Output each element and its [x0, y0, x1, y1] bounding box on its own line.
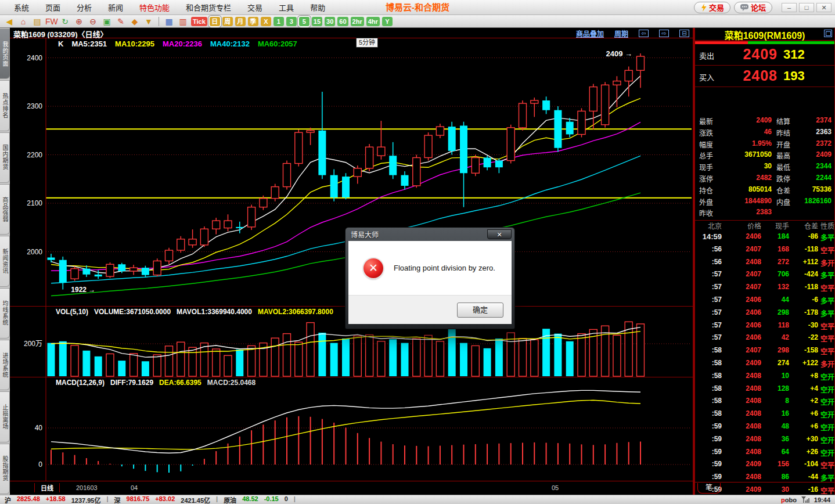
period-button-季[interactable]: 季 — [248, 17, 258, 26]
sidebar-tab-均线系统[interactable]: 均线系统 — [0, 288, 10, 339]
tick-row[interactable]: :562407168-118空平 — [695, 245, 834, 258]
tick-row[interactable]: :582407298-158空平 — [695, 346, 834, 359]
trade-button[interactable]: 交易 — [694, 2, 730, 13]
tick-tab[interactable]: 笔 — [697, 483, 721, 494]
svg-text:2200: 2200 — [27, 151, 42, 159]
tick-row[interactable]: :582409274+122多开 — [695, 359, 834, 372]
draw-icon[interactable]: ✎ — [115, 16, 127, 27]
maximize-button[interactable]: □ — [799, 3, 814, 12]
period-button-60[interactable]: 60 — [337, 17, 348, 26]
index-quotes: 沪2825.48+18.581237.95亿|深9816.75+83.02242… — [5, 495, 296, 504]
tick-row[interactable]: :572406298-178多平 — [695, 308, 834, 321]
sidebar-tab-商品强弱[interactable]: 商品强弱 — [0, 184, 10, 235]
bid-row[interactable]: 买入 2408 193 — [695, 66, 834, 87]
period-button-30[interactable]: 30 — [325, 17, 335, 26]
quote-table-icon[interactable]: ▦ — [163, 16, 175, 27]
tick-row[interactable]: :572407132-118空平 — [695, 283, 834, 296]
dialog-footer: 确定 — [348, 295, 512, 324]
macd-indicator-line: MACD(12,26,9)DIFF:79.1629DEA:66.6395MACD… — [56, 379, 261, 387]
overlay-icon[interactable]: ▣ — [101, 16, 113, 27]
tick-row[interactable]: :59240836+30空开 — [695, 435, 834, 448]
macd-pane[interactable]: 400 — [10, 377, 694, 481]
status-item: | — [294, 495, 296, 504]
menu-特色功能[interactable]: 特色功能 — [131, 0, 178, 15]
overlay-link[interactable]: 商品叠加 — [576, 28, 604, 38]
restore-panel-icon[interactable] — [824, 30, 832, 37]
sidebar-tab-热点排名[interactable]: 热点排名 — [0, 80, 10, 131]
split-view-icon[interactable]: ⊟ — [679, 30, 689, 37]
quote-row: 现手30最低2344 — [695, 162, 834, 174]
menu-页面[interactable]: 页面 — [37, 0, 69, 15]
tick-row[interactable]: :57240644-6多平 — [695, 296, 834, 308]
period-button-月[interactable]: 月 — [235, 17, 246, 26]
sidebar-tab-国内期货[interactable]: 国内期货 — [0, 132, 10, 183]
sidebar-tab-股指期货[interactable]: 股指期货 — [0, 444, 10, 494]
period-button-4hr[interactable]: 4hr — [366, 17, 380, 26]
period-button-15[interactable]: 15 — [312, 17, 322, 26]
ok-button[interactable]: 确定 — [457, 303, 503, 318]
minimize-button[interactable]: – — [782, 3, 797, 12]
tick-row[interactable]: :582408128+4空开 — [695, 384, 834, 397]
zoom-out-icon[interactable]: ⊖ — [87, 16, 99, 27]
kline-icon[interactable]: ▥ — [177, 16, 189, 27]
zoom-in-icon[interactable]: ⊕ — [73, 16, 85, 27]
back-icon[interactable]: ◀ — [3, 16, 15, 27]
tick-row[interactable]: :572406118-30空平 — [695, 321, 834, 334]
svg-text:2409 →: 2409 → — [606, 49, 632, 58]
indicator-value: MACD:25.0468 — [207, 379, 255, 387]
status-item: 沪 — [5, 495, 11, 504]
forum-button[interactable]: 论坛 — [734, 2, 772, 13]
period-button-1[interactable]: 1 — [273, 17, 284, 26]
quote-grid: 最新2409结算2374涨跌46昨结2363幅度1.95%开盘2372总手367… — [695, 116, 834, 219]
tick-row[interactable]: :592409156-104空平 — [695, 460, 834, 473]
menu-和合期货专栏[interactable]: 和合期货专栏 — [178, 0, 239, 15]
period-button-Tick[interactable]: Tick — [191, 17, 207, 26]
dialog-title-bar[interactable]: 博易大师 ✕ — [348, 228, 512, 241]
period-tooltip: 5分钟 — [356, 38, 378, 48]
next-contract-icon[interactable]: ⇨ — [659, 30, 669, 37]
chart-header-links: 商品叠加 周期 ⇦ ⇨ ⊟ — [576, 28, 689, 38]
tick-row[interactable]: :57240642-22空平 — [695, 333, 834, 346]
menu-分析[interactable]: 分析 — [69, 0, 100, 15]
tick-row[interactable]: :5824088+2空开 — [695, 397, 834, 409]
menu-交易[interactable]: 交易 — [239, 0, 271, 15]
prev-contract-icon[interactable]: ⇦ — [639, 30, 649, 37]
fw-badge-icon[interactable]: FW — [45, 16, 57, 27]
quote-panel: 菜粕1609(RM1609) 卖出 2409 312 买入 2408 193 最… — [694, 28, 835, 495]
titlebar-right: 交易 论坛 –□✕ — [694, 2, 835, 13]
filter-icon[interactable]: ▼ — [143, 16, 154, 27]
period-button-5[interactable]: 5 — [299, 17, 309, 26]
menu-系统[interactable]: 系统 — [6, 0, 37, 15]
indicator-value: VOLUME:3671050.0000 — [94, 308, 171, 316]
sidebar-tab-进场系统[interactable]: 进场系统 — [0, 340, 10, 390]
period-button-日[interactable]: 日 — [210, 17, 220, 26]
tick-row[interactable]: :59240864+26空开 — [695, 448, 834, 460]
ask-row[interactable]: 卖出 2409 312 — [695, 45, 834, 66]
sidebar-tab-止损离场[interactable]: 止损离场 — [0, 391, 10, 442]
board-icon[interactable]: ▤ — [31, 16, 43, 27]
close-button[interactable]: ✕ — [816, 3, 832, 12]
period-button-2hr[interactable]: 2hr — [351, 17, 364, 26]
dialog-close-button[interactable]: ✕ — [487, 229, 512, 239]
period-button-周[interactable]: 周 — [222, 17, 233, 26]
tick-row[interactable]: :562408272+112多开 — [695, 258, 834, 271]
sidebar-tab-我的页面[interactable]: 我的页面 — [0, 28, 10, 79]
svg-text:2000: 2000 — [27, 248, 42, 256]
paint-icon[interactable]: ◆ — [129, 16, 141, 27]
tick-row[interactable]: :572407706-424多平 — [695, 270, 834, 283]
tick-row[interactable]: :59240848+6空开 — [695, 422, 834, 435]
sidebar-tab-新闻资讯[interactable]: 新闻资讯 — [0, 236, 10, 286]
menu-帮助[interactable]: 帮助 — [302, 0, 333, 15]
period-button-Y[interactable]: Y — [382, 17, 393, 26]
period-link[interactable]: 周期 — [614, 28, 628, 38]
menu-工具[interactable]: 工具 — [271, 0, 302, 15]
period-button-X[interactable]: X — [261, 17, 271, 26]
refresh-icon[interactable]: ↻ — [59, 16, 71, 27]
home-icon[interactable]: ⌂ — [17, 16, 29, 27]
tick-row[interactable]: :58240816+6空开 — [695, 409, 834, 422]
period-tab-daily[interactable]: 日线 — [34, 483, 60, 492]
period-button-3[interactable]: 3 — [286, 17, 297, 26]
menu-新闻[interactable]: 新闻 — [100, 0, 131, 15]
tick-row[interactable]: :58240810+8空开 — [695, 372, 834, 384]
tick-row[interactable]: 14:592406184-86多平 — [695, 232, 834, 245]
